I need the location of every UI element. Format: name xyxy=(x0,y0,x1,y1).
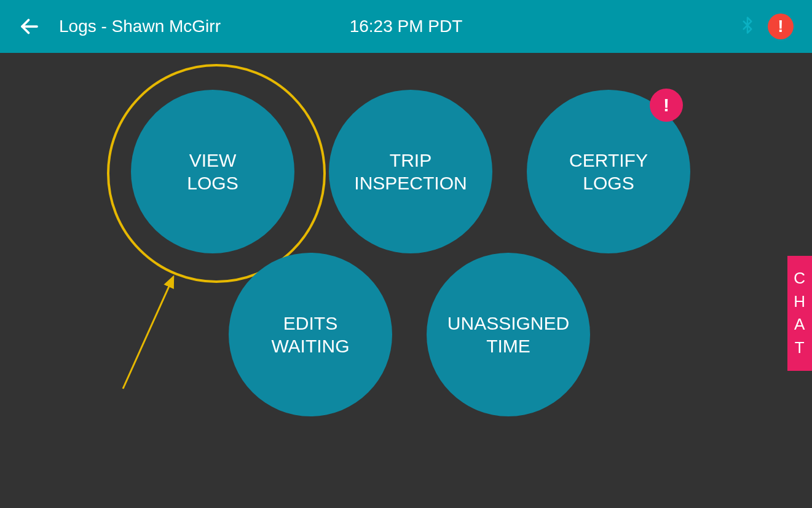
edits-waiting-button[interactable]: EDITS WAITING xyxy=(229,253,392,416)
view-logs-button[interactable]: VIEW LOGS xyxy=(131,90,294,253)
app-header: Logs - Shawn McGirr 16:23 PM PDT ! xyxy=(0,0,812,53)
chat-letter: T xyxy=(795,336,805,360)
back-button[interactable] xyxy=(18,15,41,38)
bluetooth-icon[interactable] xyxy=(738,15,757,38)
certify-alert-badge: ! xyxy=(650,89,683,122)
chat-letter: C xyxy=(794,267,806,290)
header-alert-badge[interactable]: ! xyxy=(768,14,794,39)
chat-tab[interactable]: C H A T xyxy=(787,256,812,371)
alert-icon: ! xyxy=(778,17,783,36)
edits-waiting-label: EDITS WAITING xyxy=(271,312,349,358)
main-content: VIEW LOGS TRIP INSPECTION CERTIFY LOGS !… xyxy=(0,53,812,508)
trip-inspection-button[interactable]: TRIP INSPECTION xyxy=(329,90,492,253)
svg-line-2 xyxy=(123,277,173,389)
certify-logs-button[interactable]: CERTIFY LOGS ! xyxy=(527,90,690,253)
certify-alert-icon: ! xyxy=(663,93,669,117)
unassigned-time-label: UNASSIGNED TIME xyxy=(447,312,569,358)
trip-inspection-label: TRIP INSPECTION xyxy=(354,149,467,195)
page-title: Logs - Shawn McGirr xyxy=(59,17,221,36)
view-logs-label: VIEW LOGS xyxy=(187,149,238,195)
chat-letter: A xyxy=(794,313,805,336)
back-arrow-icon xyxy=(18,15,41,38)
button-row-top: VIEW LOGS TRIP INSPECTION CERTIFY LOGS ! xyxy=(131,90,690,253)
chat-letter: H xyxy=(794,290,806,314)
header-time: 16:23 PM PDT xyxy=(350,17,463,36)
header-right: ! xyxy=(738,14,794,39)
arrow-annotation xyxy=(114,272,188,397)
unassigned-time-button[interactable]: UNASSIGNED TIME xyxy=(427,253,590,416)
button-row-bottom: EDITS WAITING UNASSIGNED TIME xyxy=(229,253,590,416)
certify-logs-label: CERTIFY LOGS xyxy=(569,149,648,195)
